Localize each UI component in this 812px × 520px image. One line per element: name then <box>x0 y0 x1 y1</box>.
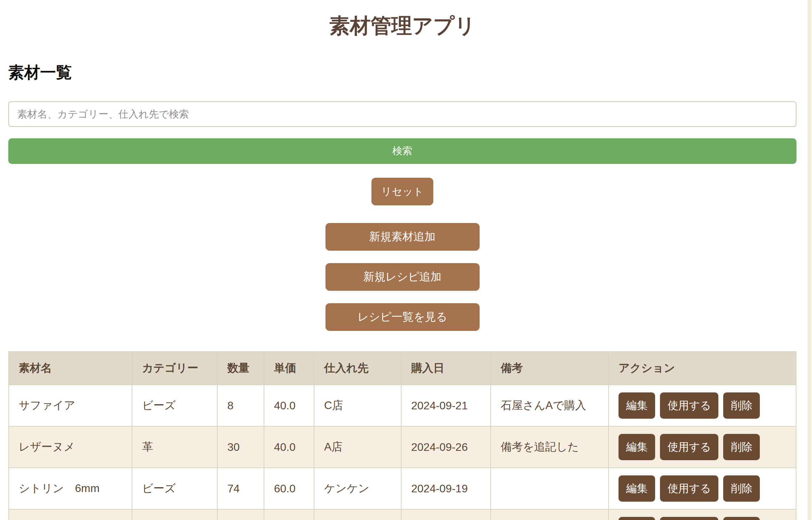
cell-actions: 編集 使用する 削除 <box>608 385 796 426</box>
delete-button[interactable]: 削除 <box>723 392 760 419</box>
col-header-unit-price: 単価 <box>264 352 314 385</box>
col-header-category: カテゴリー <box>132 352 217 385</box>
cell-quantity: 8 <box>217 385 264 426</box>
col-header-note: 備考 <box>491 352 608 385</box>
cell-note: 備考を追記した <box>491 426 608 468</box>
cell-supplier: ケンケン <box>314 468 401 509</box>
cell-supplier: C店 <box>314 385 401 426</box>
table-row: 編集 使用する 削除 <box>9 509 796 520</box>
cell-actions: 編集 使用する 削除 <box>608 426 796 468</box>
cell-unit-price: 60.0 <box>264 468 314 509</box>
edit-button[interactable]: 編集 <box>619 475 655 502</box>
use-button[interactable]: 使用する <box>660 475 718 502</box>
materials-table: 素材名 カテゴリー 数量 単価 仕入れ先 購入日 備考 アクション サファイア … <box>8 351 796 520</box>
use-button[interactable]: 使用する <box>660 517 718 520</box>
cell-unit-price: 40.0 <box>264 385 314 426</box>
cell-actions: 編集 使用する 削除 <box>608 468 796 509</box>
page-title: 素材管理アプリ <box>8 15 796 37</box>
table-row: サファイア ビーズ 8 40.0 C店 2024-09-21 石屋さんAで購入 … <box>9 385 796 426</box>
cell-supplier: A店 <box>314 426 401 468</box>
delete-button[interactable]: 削除 <box>723 517 760 520</box>
view-recipes-button[interactable]: レシピ一覧を見る <box>325 303 480 331</box>
cell-quantity <box>217 509 264 520</box>
col-header-purchase-date: 購入日 <box>401 352 491 385</box>
cell-category: ビーズ <box>132 385 217 426</box>
cell-note <box>491 509 608 520</box>
cell-name: サファイア <box>9 385 132 426</box>
col-header-quantity: 数量 <box>217 352 264 385</box>
edit-button[interactable]: 編集 <box>619 517 655 520</box>
use-button[interactable]: 使用する <box>660 434 718 460</box>
cell-supplier <box>314 509 401 520</box>
cell-category: ビーズ <box>132 468 217 509</box>
cell-name: シトリン 6mm <box>9 468 132 509</box>
section-heading: 素材一覧 <box>8 63 796 82</box>
material-app-page: 素材管理アプリ 素材一覧 検索 リセット 新規素材追加 新規レシピ追加 レシピ一… <box>0 15 812 520</box>
table-header-row: 素材名 カテゴリー 数量 単価 仕入れ先 購入日 備考 アクション <box>9 352 796 385</box>
cell-purchase-date: 2024-09-19 <box>401 468 491 509</box>
page-scrollbar[interactable] <box>808 0 811 520</box>
cell-category: 革 <box>132 426 217 468</box>
add-material-button[interactable]: 新規素材追加 <box>325 223 480 251</box>
cell-name <box>9 509 132 520</box>
table-row: シトリン 6mm ビーズ 74 60.0 ケンケン 2024-09-19 編集 … <box>9 468 796 509</box>
col-header-actions: アクション <box>608 352 796 385</box>
add-recipe-button[interactable]: 新規レシピ追加 <box>325 263 480 291</box>
cell-name: レザーヌメ <box>9 426 132 468</box>
col-header-supplier: 仕入れ先 <box>314 352 401 385</box>
cell-quantity: 30 <box>217 426 264 468</box>
cell-note <box>491 468 608 509</box>
cell-quantity: 74 <box>217 468 264 509</box>
table-row: レザーヌメ 革 30 40.0 A店 2024-09-26 備考を追記した 編集… <box>9 426 796 468</box>
cell-purchase-date <box>401 509 491 520</box>
delete-button[interactable]: 削除 <box>723 475 760 502</box>
search-button[interactable]: 検索 <box>8 138 796 164</box>
cell-purchase-date: 2024-09-21 <box>401 385 491 426</box>
cell-note: 石屋さんAで購入 <box>491 385 608 426</box>
edit-button[interactable]: 編集 <box>619 392 655 419</box>
cell-unit-price <box>264 509 314 520</box>
edit-button[interactable]: 編集 <box>619 434 655 460</box>
cell-actions: 編集 使用する 削除 <box>608 509 796 520</box>
col-header-name: 素材名 <box>9 352 132 385</box>
cell-purchase-date: 2024-09-26 <box>401 426 491 468</box>
cell-unit-price: 40.0 <box>264 426 314 468</box>
use-button[interactable]: 使用する <box>660 392 718 419</box>
search-input[interactable] <box>8 101 796 127</box>
cell-category <box>132 509 217 520</box>
delete-button[interactable]: 削除 <box>723 434 760 460</box>
reset-button[interactable]: リセット <box>371 178 433 205</box>
